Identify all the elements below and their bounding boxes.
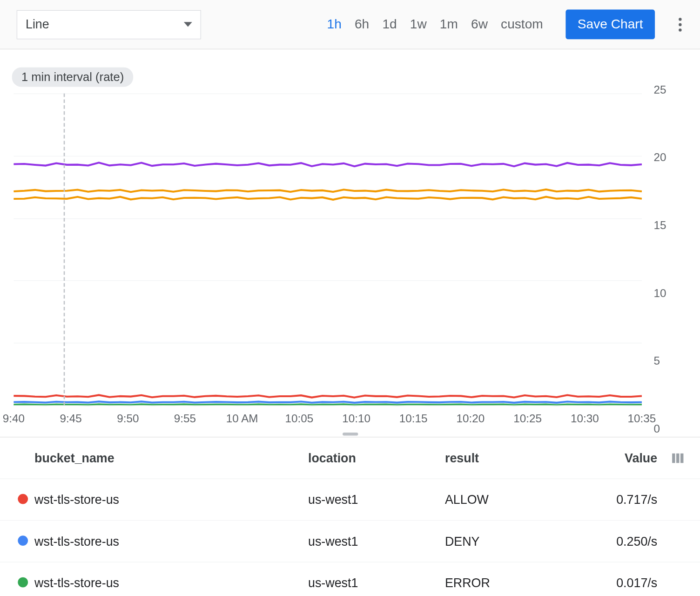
y-tick-label: 0 <box>648 422 681 435</box>
chart-type-select[interactable]: Line <box>17 10 201 39</box>
y-tick-label: 5 <box>648 355 681 368</box>
range-tab-custom[interactable]: custom <box>496 13 548 36</box>
table-row[interactable]: wst-tls-store-usus-west1ERROR0.017/s <box>0 562 700 596</box>
col-bucket-name[interactable]: bucket_name <box>34 451 308 465</box>
chevron-down-icon <box>184 22 192 27</box>
cell-location: us-west1 <box>308 493 445 507</box>
x-tick-label: 9:55 <box>174 413 196 426</box>
cell-value: 0.717/s <box>564 493 661 507</box>
more-vert-icon <box>679 28 681 31</box>
plot-area <box>13 94 642 406</box>
more-vert-icon <box>679 23 681 26</box>
y-tick-label: 15 <box>648 219 681 232</box>
cell-result: DENY <box>445 534 564 549</box>
x-tick-label: 10:20 <box>457 413 485 426</box>
col-location[interactable]: location <box>308 451 445 465</box>
gridline <box>13 343 642 343</box>
cell-result: ALLOW <box>445 493 564 507</box>
chart-container: 1 min interval (rate) 9:409:459:509:5510… <box>0 49 700 429</box>
x-tick-label: 10:25 <box>513 413 542 426</box>
x-tick-label: 9:45 <box>60 413 81 426</box>
chart-type-value: Line <box>26 17 49 32</box>
gridline <box>13 156 642 156</box>
cell-bucket-name: wst-tls-store-us <box>34 576 308 590</box>
gridline <box>13 218 642 219</box>
range-tab-6h[interactable]: 6h <box>350 13 374 36</box>
series-line-blue[interactable] <box>13 401 642 403</box>
toolbar: Line 1h6h1d1w1m6wcustom Save Chart <box>0 0 700 49</box>
range-tab-1w[interactable]: 1w <box>405 13 431 36</box>
y-tick-label: 25 <box>648 83 681 96</box>
series-line-red[interactable] <box>13 395 642 397</box>
chart-plot[interactable]: 9:409:459:509:5510 AM10:0510:1010:1510:2… <box>9 90 681 429</box>
series-color-dot <box>18 535 28 546</box>
more-vert-icon <box>679 18 681 20</box>
col-result[interactable]: result <box>445 451 564 465</box>
x-tick-label: 10:05 <box>285 413 313 426</box>
more-options-button[interactable] <box>670 15 689 34</box>
x-tick-label: 10:15 <box>399 413 428 426</box>
column-picker-button[interactable] <box>661 453 694 462</box>
series-color-dot <box>18 494 28 504</box>
cell-result: ERROR <box>445 576 564 590</box>
cell-value: 0.250/s <box>564 534 661 549</box>
time-range-tabs: 1h6h1d1w1m6wcustom <box>322 13 548 36</box>
series-color-dot <box>18 577 28 587</box>
series-line-purple[interactable] <box>13 163 642 166</box>
x-tick-label: 10 AM <box>226 413 258 426</box>
columns-icon <box>676 453 679 462</box>
series-line-orange-lower[interactable] <box>13 197 642 200</box>
table-row[interactable]: wst-tls-store-usus-west1ALLOW0.717/s <box>0 479 700 521</box>
x-tick-label: 10:10 <box>342 413 370 426</box>
table-row[interactable]: wst-tls-store-usus-west1DENY0.250/s <box>0 521 700 562</box>
gridline <box>13 405 642 406</box>
save-chart-button[interactable]: Save Chart <box>565 9 655 39</box>
gridline <box>13 94 642 94</box>
gridline <box>13 280 642 281</box>
resize-handle[interactable] <box>342 433 357 435</box>
x-tick-label: 9:40 <box>3 413 25 426</box>
series-line-orange-upper[interactable] <box>13 190 642 192</box>
table-header-row: bucket_name location result Value <box>0 437 700 479</box>
cell-bucket-name: wst-tls-store-us <box>34 493 308 507</box>
range-tab-1d[interactable]: 1d <box>377 13 402 36</box>
x-axis: 9:409:459:509:5510 AM10:0510:1010:1510:2… <box>13 407 642 429</box>
cell-value: 0.017/s <box>564 576 661 590</box>
y-tick-label: 20 <box>648 151 681 164</box>
range-tab-1h[interactable]: 1h <box>322 13 346 36</box>
x-tick-label: 10:30 <box>571 413 599 426</box>
interval-badge: 1 min interval (rate) <box>12 67 134 87</box>
x-tick-label: 9:50 <box>117 413 139 426</box>
range-tab-6w[interactable]: 6w <box>466 13 492 36</box>
chart-cursor-line <box>64 94 65 406</box>
cell-location: us-west1 <box>308 534 445 549</box>
columns-icon <box>680 453 683 462</box>
col-value[interactable]: Value <box>564 451 661 465</box>
cell-location: us-west1 <box>308 576 445 590</box>
y-tick-label: 10 <box>648 287 681 300</box>
legend-table: bucket_name location result Value wst-tl… <box>0 437 700 596</box>
range-tab-1m[interactable]: 1m <box>435 13 463 36</box>
cell-bucket-name: wst-tls-store-us <box>34 534 308 549</box>
columns-icon <box>672 453 675 462</box>
chart-lines <box>13 94 642 406</box>
